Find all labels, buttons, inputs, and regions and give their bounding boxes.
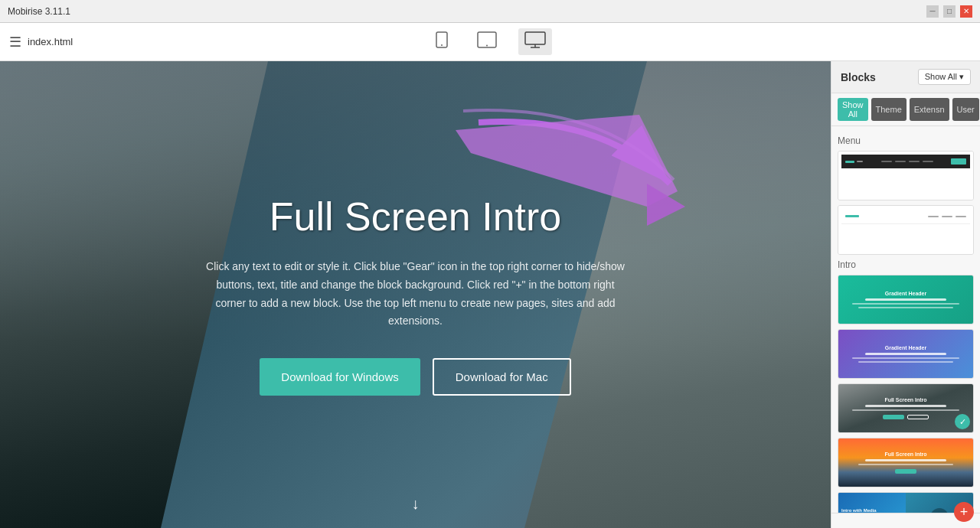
panel-header: Blocks Show All ▾ <box>831 61 980 93</box>
hero-buttons: Download for Windows Download for Mac <box>171 358 661 396</box>
hero-subtitle: Click any text to edit or style it. Clic… <box>201 258 630 331</box>
download-windows-button[interactable]: Download for Windows <box>260 358 420 396</box>
download-mac-button[interactable]: Download for Mac <box>433 358 571 396</box>
close-button[interactable]: ✕ <box>960 5 972 18</box>
sunset-intro-block[interactable]: Full Screen Intro <box>838 438 974 487</box>
toolbar: ☰ index.html <box>0 23 980 61</box>
minimize-button[interactable]: ─ <box>926 5 939 18</box>
file-name: index.html <box>28 36 73 47</box>
show-all-dropdown-button[interactable]: Show All ▾ <box>918 69 971 85</box>
scroll-indicator: ↓ <box>412 495 420 513</box>
gradient-header-purple-block[interactable]: Gradient Header <box>838 329 974 379</box>
maximize-button[interactable]: □ <box>943 5 956 18</box>
desktop-view-button[interactable] <box>518 28 552 55</box>
mobile-view-button[interactable] <box>428 28 456 55</box>
filter-theme-button[interactable]: Theme <box>871 98 906 121</box>
arrow-annotation <box>448 107 693 248</box>
menu-icon[interactable]: ☰ <box>9 34 21 51</box>
tablet-view-button[interactable] <box>471 28 503 55</box>
panel-title: Blocks <box>841 71 876 83</box>
menu-block-2[interactable] <box>838 205 974 255</box>
fullscreen-intro-block[interactable]: Full Screen Intro ✓ <box>838 383 974 433</box>
intro-section-label: Intro <box>838 259 974 270</box>
active-check-icon: ✓ <box>955 414 970 429</box>
blocks-panel: Blocks Show All ▾ Show All Theme Extensn… <box>831 61 980 528</box>
add-block-button[interactable]: + <box>954 502 974 522</box>
filter-user-button[interactable]: User <box>952 98 979 121</box>
gradient-header-teal-block[interactable]: Gradient Header <box>838 275 974 324</box>
canvas: Full Screen Intro Click any text to edit… <box>0 61 831 528</box>
menu-section-label: Menu <box>838 135 974 146</box>
menu-block-1[interactable] <box>838 151 974 200</box>
filter-extensn-button[interactable]: Extensn <box>910 98 949 121</box>
svg-point-3 <box>486 45 488 47</box>
app-name: Mobirise 3.11.1 <box>8 6 70 17</box>
main-area: Full Screen Intro Click any text to edit… <box>0 61 980 528</box>
filter-show-all-button[interactable]: Show All <box>838 98 868 121</box>
blocks-list: Menu <box>831 126 980 513</box>
svg-point-1 <box>441 44 443 46</box>
title-bar: Mobirise 3.11.1 ─ □ ✕ <box>0 0 980 23</box>
svg-rect-4 <box>525 32 545 44</box>
filter-row: Show All Theme Extensn User <box>831 93 980 126</box>
